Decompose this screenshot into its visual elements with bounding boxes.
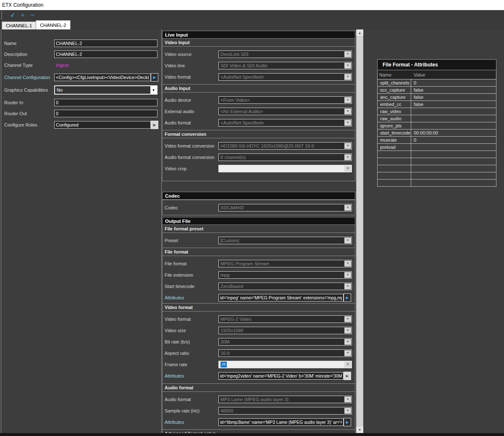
dropdown-disabled[interactable]: <Auto/Not Specified> ▼: [218, 73, 352, 81]
file-format-attributes-edit-arrow-icon[interactable]: ▶: [344, 293, 351, 302]
field-label: Video format: [163, 74, 218, 79]
table-row[interactable]: muxrate 0: [378, 137, 496, 144]
table-row[interactable]: [378, 151, 496, 158]
attribute-value-cell: 0: [411, 80, 496, 85]
chevron-down-icon[interactable]: ▼: [344, 205, 351, 211]
channel-configuration-input[interactable]: [54, 74, 151, 81]
chevron-down-icon[interactable]: ▼: [344, 396, 351, 402]
router-out-input[interactable]: [54, 110, 158, 117]
chevron-down-icon[interactable]: ▼: [344, 143, 351, 149]
table-row[interactable]: [378, 180, 496, 186]
panel-splitter[interactable]: [161, 29, 162, 433]
audio-attributes-edit-arrow-icon[interactable]: ▶: [344, 418, 351, 426]
chevron-down-icon[interactable]: ▼: [344, 328, 351, 333]
table-row[interactable]: [378, 158, 496, 165]
dropdown-disabled[interactable]: MP3 Lame (MPEG audio layer 3) ▼: [218, 396, 352, 403]
chevron-down-icon[interactable]: ▼: [344, 166, 351, 172]
codec-dropdown[interactable]: XDCAMHD ▼: [218, 204, 352, 211]
chevron-down-icon[interactable]: ▼: [344, 108, 351, 114]
chevron-down-icon[interactable]: ▼: [344, 63, 351, 69]
chevron-down-icon[interactable]: ▼: [344, 51, 351, 57]
dropdown-disabled[interactable]: HD1080-50i HDYC 1920x1080@25.00iT 16:9 ▼: [218, 142, 352, 150]
chevron-down-icon[interactable]: ▼: [344, 238, 351, 243]
dropdown-disabled[interactable]: mpg ▼: [218, 271, 352, 279]
dropdown-disabled[interactable]: <Auto/Not Specified> ▼: [218, 119, 352, 127]
chevron-down-icon[interactable]: ▼: [344, 408, 351, 414]
vertical-scrollbar[interactable]: ▲ ▼: [356, 29, 363, 433]
apply-check-icon[interactable]: ✓: [8, 11, 18, 20]
chevron-down-icon[interactable]: ▼: [344, 154, 351, 160]
dropdown-disabled[interactable]: MPEG Program Stream ▼: [218, 260, 352, 267]
table-row[interactable]: preload: [378, 144, 496, 151]
dropdown-disabled[interactable]: 8 channel(s) ▼: [218, 153, 352, 161]
table-row[interactable]: ignore_pts: [378, 122, 496, 129]
chevron-down-icon[interactable]: ▼: [344, 74, 351, 80]
channel-configuration-edit-arrow-icon[interactable]: ▶: [151, 73, 158, 82]
dropdown-disabled[interactable]: DeckLink SDI ▼: [218, 50, 352, 58]
chevron-down-icon[interactable]: ▼: [344, 261, 351, 267]
table-row[interactable]: start_timecode 00:00:00:00: [378, 129, 496, 137]
format-conversion-group: Video format conversion HD1080-50i HDYC …: [162, 138, 355, 181]
dropdown-disabled[interactable]: 1920x1080 ▼: [218, 327, 352, 334]
audio-attributes-input[interactable]: [218, 418, 344, 426]
tab-channel-1[interactable]: CHANNEL-1: [2, 21, 36, 29]
chevron-down-icon[interactable]: ▼: [344, 97, 351, 103]
video-attributes-input[interactable]: [218, 372, 344, 380]
field-label: File format: [163, 261, 218, 266]
name-input[interactable]: [54, 40, 158, 47]
configure-roles-input[interactable]: [54, 121, 151, 129]
file-format-attributes-input[interactable]: [218, 294, 344, 301]
form-row: Video line SDI Video & SDI Audio ▼: [163, 60, 355, 71]
dropdown-disabled[interactable]: 48000 ▼: [218, 407, 352, 415]
attribute-name-cell: [378, 172, 411, 179]
chevron-down-icon[interactable]: ▼: [344, 339, 351, 345]
frame-rate-dropdown[interactable]: 25 ▼: [218, 361, 352, 368]
video-crop-dropdown[interactable]: ▼: [218, 165, 352, 172]
table-row[interactable]: [378, 165, 496, 172]
chevron-down-icon[interactable]: ▼: [150, 86, 157, 94]
table-row[interactable]: anc_capture false: [378, 94, 496, 101]
attribute-name-cell: anc_capture: [378, 94, 411, 100]
description-input[interactable]: [54, 50, 158, 58]
dropdown-disabled[interactable]: 30M ▼: [218, 338, 352, 346]
configure-roles-edit-arrow-icon[interactable]: ▶: [151, 121, 158, 129]
add-plus-icon[interactable]: +: [18, 11, 28, 20]
section-title: Output File: [165, 219, 191, 224]
chevron-down-icon[interactable]: ▼: [344, 120, 351, 126]
field-label: Bit rate (b/s): [163, 339, 218, 344]
table-row[interactable]: embed_cc false: [378, 101, 496, 108]
scroll-down-icon[interactable]: ▼: [356, 426, 363, 433]
video-attributes-edit-arrow-icon[interactable]: ▶: [344, 372, 351, 380]
preset-dropdown[interactable]: [Custom] ▼: [218, 237, 352, 244]
toolbar-grip-handle[interactable]: [1, 11, 3, 19]
dropdown-disabled[interactable]: 16:9 ▼: [218, 349, 352, 357]
remove-minus-icon[interactable]: −: [28, 11, 38, 20]
table-row[interactable]: split_channels 0: [378, 79, 496, 87]
scrollbar-thumb[interactable]: [356, 36, 363, 426]
dropdown-disabled[interactable]: SDI Video & SDI Audio ▼: [218, 62, 352, 69]
chevron-down-icon[interactable]: ▼: [344, 316, 351, 322]
attribute-name-cell: start_timecode: [378, 129, 411, 136]
dropdown-value: 1920x1080: [220, 328, 243, 333]
table-row[interactable]: raw_audio: [378, 115, 496, 122]
chevron-down-icon[interactable]: ▼: [344, 272, 351, 278]
dropdown-disabled[interactable]: MPEG-2 Video ▼: [218, 315, 352, 323]
scroll-up-icon[interactable]: ▲: [356, 29, 363, 36]
table-row[interactable]: raw_video: [378, 108, 496, 115]
field-label: Sample rate (Hz): [163, 408, 218, 413]
table-row[interactable]: [378, 172, 496, 180]
router-in-input[interactable]: [54, 99, 158, 106]
graphics-capabilities-dropdown[interactable]: No ▼: [54, 85, 158, 95]
form-row: Video format conversion HD1080-50i HDYC …: [163, 140, 355, 151]
dropdown-disabled[interactable]: <From Video> ▼: [218, 96, 352, 104]
dropdown-disabled[interactable]: <No External Audio> ▼: [218, 108, 352, 115]
dropdown-disabled[interactable]: ZeroBased ▼: [218, 283, 352, 290]
chevron-down-icon[interactable]: ▼: [344, 283, 351, 289]
subsection-format-conversion: Format conversion: [162, 130, 355, 138]
chevron-down-icon[interactable]: ▼: [344, 350, 351, 356]
form-row: External audio <No External Audio> ▼: [163, 106, 355, 117]
table-row[interactable]: scc_capture false: [378, 87, 496, 94]
name-label: Name: [3, 41, 54, 46]
chevron-down-icon[interactable]: ▼: [344, 362, 351, 367]
tab-channel-2[interactable]: CHANNEL-2: [36, 20, 70, 29]
